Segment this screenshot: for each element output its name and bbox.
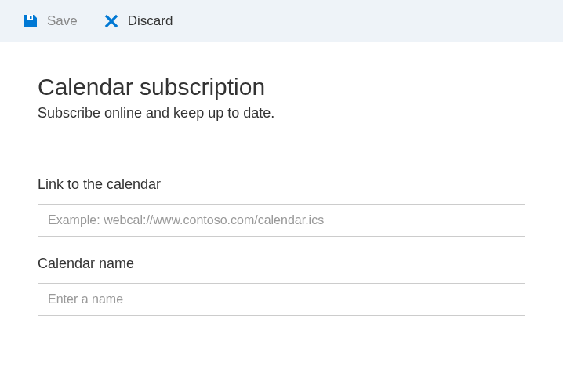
content: Calendar subscription Subscribe online a…	[0, 42, 563, 316]
close-icon	[103, 13, 120, 30]
link-field-label: Link to the calendar	[38, 176, 525, 193]
save-icon	[22, 13, 39, 30]
calendar-name-input[interactable]	[38, 283, 525, 316]
link-field-group: Link to the calendar	[38, 176, 525, 237]
save-button[interactable]: Save	[22, 13, 78, 30]
name-field-label: Calendar name	[38, 256, 525, 272]
page-title: Calendar subscription	[38, 74, 525, 100]
toolbar: Save Discard	[0, 0, 563, 42]
calendar-link-input[interactable]	[38, 204, 525, 237]
page-subtitle: Subscribe online and keep up to date.	[38, 105, 525, 122]
discard-button[interactable]: Discard	[103, 13, 173, 30]
save-button-label: Save	[47, 13, 78, 29]
discard-button-label: Discard	[128, 13, 173, 29]
name-field-group: Calendar name	[38, 256, 525, 316]
svg-rect-1	[30, 16, 32, 19]
